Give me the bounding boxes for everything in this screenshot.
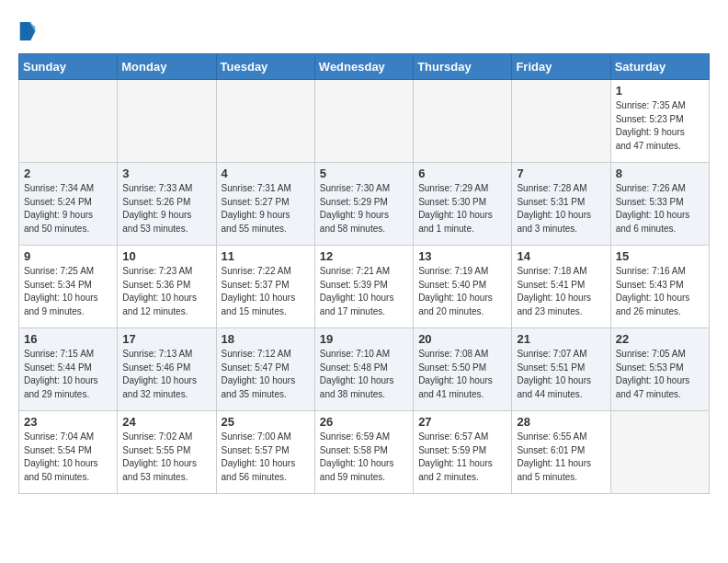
day-number: 14: [517, 249, 605, 263]
day-info: Sunrise: 6:59 AM Sunset: 5:58 PM Dayligh…: [320, 431, 408, 484]
day-number: 28: [517, 415, 605, 429]
day-info: Sunrise: 7:16 AM Sunset: 5:43 PM Dayligh…: [616, 265, 704, 318]
calendar-cell: 21Sunrise: 7:07 AM Sunset: 5:51 PM Dayli…: [512, 328, 610, 411]
weekday-header-thursday: Thursday: [414, 54, 512, 80]
calendar-cell: 2Sunrise: 7:34 AM Sunset: 5:24 PM Daylig…: [19, 163, 118, 246]
day-info: Sunrise: 7:07 AM Sunset: 5:51 PM Dayligh…: [517, 348, 605, 401]
calendar-cell: [314, 80, 413, 163]
calendar-header-row: SundayMondayTuesdayWednesdayThursdayFrid…: [19, 54, 710, 80]
day-number: 10: [122, 249, 210, 263]
day-number: 19: [320, 332, 408, 346]
calendar-cell: [414, 80, 512, 163]
calendar-cell: [610, 411, 709, 494]
day-number: 5: [320, 167, 408, 180]
calendar-cell: 12Sunrise: 7:21 AM Sunset: 5:39 PM Dayli…: [314, 246, 413, 328]
logo-icon: [18, 18, 37, 44]
day-info: Sunrise: 7:26 AM Sunset: 5:33 PM Dayligh…: [616, 182, 704, 236]
calendar-cell: 26Sunrise: 6:59 AM Sunset: 5:58 PM Dayli…: [314, 411, 413, 494]
day-number: 2: [24, 167, 112, 180]
calendar-week-row: 23Sunrise: 7:04 AM Sunset: 5:54 PM Dayli…: [19, 411, 710, 494]
calendar-cell: 15Sunrise: 7:16 AM Sunset: 5:43 PM Dayli…: [610, 246, 709, 328]
calendar-cell: 10Sunrise: 7:23 AM Sunset: 5:36 PM Dayli…: [118, 246, 216, 328]
calendar-cell: 25Sunrise: 7:00 AM Sunset: 5:57 PM Dayli…: [216, 411, 314, 494]
day-info: Sunrise: 7:10 AM Sunset: 5:48 PM Dayligh…: [320, 348, 408, 401]
calendar-cell: 27Sunrise: 6:57 AM Sunset: 5:59 PM Dayli…: [414, 411, 512, 494]
day-number: 1: [616, 84, 704, 98]
day-number: 16: [24, 332, 112, 346]
calendar-cell: 7Sunrise: 7:28 AM Sunset: 5:31 PM Daylig…: [512, 163, 610, 246]
day-info: Sunrise: 6:55 AM Sunset: 6:01 PM Dayligh…: [517, 431, 605, 484]
day-info: Sunrise: 7:34 AM Sunset: 5:24 PM Dayligh…: [24, 182, 112, 236]
calendar-cell: 19Sunrise: 7:10 AM Sunset: 5:48 PM Dayli…: [314, 328, 413, 411]
calendar-cell: 5Sunrise: 7:30 AM Sunset: 5:29 PM Daylig…: [314, 163, 413, 246]
day-info: Sunrise: 7:30 AM Sunset: 5:29 PM Dayligh…: [320, 182, 408, 236]
day-number: 24: [122, 415, 210, 429]
weekday-header-monday: Monday: [118, 54, 216, 80]
calendar-cell: 20Sunrise: 7:08 AM Sunset: 5:50 PM Dayli…: [414, 328, 512, 411]
day-info: Sunrise: 7:25 AM Sunset: 5:34 PM Dayligh…: [24, 265, 112, 318]
calendar-cell: 8Sunrise: 7:26 AM Sunset: 5:33 PM Daylig…: [610, 163, 709, 246]
calendar-cell: 18Sunrise: 7:12 AM Sunset: 5:47 PM Dayli…: [216, 328, 314, 411]
day-number: 25: [222, 415, 310, 429]
weekday-header-wednesday: Wednesday: [314, 54, 413, 80]
calendar-cell: 6Sunrise: 7:29 AM Sunset: 5:30 PM Daylig…: [414, 163, 512, 246]
calendar-week-row: 16Sunrise: 7:15 AM Sunset: 5:44 PM Dayli…: [19, 328, 710, 411]
calendar-cell: 13Sunrise: 7:19 AM Sunset: 5:40 PM Dayli…: [414, 246, 512, 328]
day-info: Sunrise: 7:21 AM Sunset: 5:39 PM Dayligh…: [320, 265, 408, 318]
day-number: 27: [418, 415, 506, 429]
calendar-cell: 17Sunrise: 7:13 AM Sunset: 5:46 PM Dayli…: [118, 328, 216, 411]
calendar-week-row: 1Sunrise: 7:35 AM Sunset: 5:23 PM Daylig…: [19, 80, 710, 163]
day-info: Sunrise: 7:23 AM Sunset: 5:36 PM Dayligh…: [122, 265, 210, 318]
day-number: 20: [418, 332, 506, 346]
day-info: Sunrise: 7:12 AM Sunset: 5:47 PM Dayligh…: [222, 348, 310, 401]
day-number: 15: [616, 249, 704, 263]
day-number: 6: [418, 167, 506, 180]
day-number: 23: [24, 415, 112, 429]
day-number: 4: [222, 167, 310, 180]
day-info: Sunrise: 7:13 AM Sunset: 5:46 PM Dayligh…: [122, 348, 210, 401]
calendar-cell: 23Sunrise: 7:04 AM Sunset: 5:54 PM Dayli…: [19, 411, 118, 494]
day-info: Sunrise: 7:05 AM Sunset: 5:53 PM Dayligh…: [616, 348, 704, 401]
calendar-cell: 24Sunrise: 7:02 AM Sunset: 5:55 PM Dayli…: [118, 411, 216, 494]
day-number: 7: [517, 167, 605, 180]
calendar-cell: [216, 80, 314, 163]
day-info: Sunrise: 7:19 AM Sunset: 5:40 PM Dayligh…: [418, 265, 506, 318]
calendar-week-row: 2Sunrise: 7:34 AM Sunset: 5:24 PM Daylig…: [19, 163, 710, 246]
day-number: 12: [320, 249, 408, 263]
day-info: Sunrise: 7:31 AM Sunset: 5:27 PM Dayligh…: [222, 182, 310, 236]
day-number: 13: [418, 249, 506, 263]
svg-marker-0: [20, 22, 36, 40]
day-number: 17: [122, 332, 210, 346]
calendar-cell: [512, 80, 610, 163]
day-number: 9: [24, 249, 112, 263]
day-number: 22: [616, 332, 704, 346]
logo: [18, 18, 39, 44]
calendar-cell: 3Sunrise: 7:33 AM Sunset: 5:26 PM Daylig…: [118, 163, 216, 246]
day-number: 3: [122, 167, 210, 180]
day-number: 18: [222, 332, 310, 346]
day-number: 11: [222, 249, 310, 263]
day-number: 21: [517, 332, 605, 346]
day-info: Sunrise: 7:28 AM Sunset: 5:31 PM Dayligh…: [517, 182, 605, 236]
day-info: Sunrise: 7:22 AM Sunset: 5:37 PM Dayligh…: [222, 265, 310, 318]
calendar-cell: 22Sunrise: 7:05 AM Sunset: 5:53 PM Dayli…: [610, 328, 709, 411]
calendar-cell: 9Sunrise: 7:25 AM Sunset: 5:34 PM Daylig…: [19, 246, 118, 328]
calendar-cell: [19, 80, 118, 163]
weekday-header-saturday: Saturday: [610, 54, 709, 80]
day-info: Sunrise: 7:00 AM Sunset: 5:57 PM Dayligh…: [222, 431, 310, 484]
calendar-cell: 4Sunrise: 7:31 AM Sunset: 5:27 PM Daylig…: [216, 163, 314, 246]
day-info: Sunrise: 7:15 AM Sunset: 5:44 PM Dayligh…: [24, 348, 112, 401]
page-header: [18, 18, 710, 44]
calendar-cell: 1Sunrise: 7:35 AM Sunset: 5:23 PM Daylig…: [610, 80, 709, 163]
weekday-header-tuesday: Tuesday: [216, 54, 314, 80]
weekday-header-sunday: Sunday: [19, 54, 118, 80]
calendar-cell: 11Sunrise: 7:22 AM Sunset: 5:37 PM Dayli…: [216, 246, 314, 328]
calendar-table: SundayMondayTuesdayWednesdayThursdayFrid…: [18, 53, 710, 494]
calendar-cell: 14Sunrise: 7:18 AM Sunset: 5:41 PM Dayli…: [512, 246, 610, 328]
day-number: 26: [320, 415, 408, 429]
day-info: Sunrise: 7:18 AM Sunset: 5:41 PM Dayligh…: [517, 265, 605, 318]
calendar-cell: [118, 80, 216, 163]
calendar-cell: 16Sunrise: 7:15 AM Sunset: 5:44 PM Dayli…: [19, 328, 118, 411]
weekday-header-friday: Friday: [512, 54, 610, 80]
day-info: Sunrise: 7:33 AM Sunset: 5:26 PM Dayligh…: [122, 182, 210, 236]
